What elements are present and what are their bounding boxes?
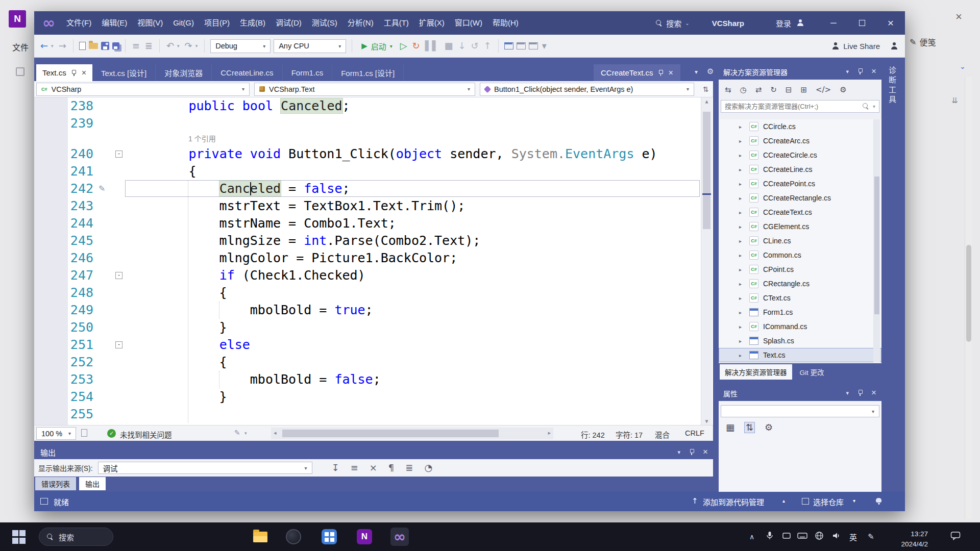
start-without-debugging-icon[interactable]: ▷ bbox=[399, 41, 408, 51]
start-debugging-button[interactable]: ▶ 启动 ▾ bbox=[358, 41, 396, 52]
sticky-notes-button[interactable]: ✎ 便笺 bbox=[910, 36, 936, 48]
history-icon[interactable]: ◔ bbox=[423, 463, 433, 473]
code-line[interactable]: 239 bbox=[34, 115, 713, 132]
view-code-icon[interactable]: </> bbox=[815, 86, 832, 94]
pin-icon[interactable] bbox=[857, 68, 863, 75]
break-all-icon[interactable]: ▌▌ bbox=[424, 41, 440, 51]
solution-item[interactable]: ▸Splash.cs bbox=[719, 334, 881, 348]
navigation-bar-alt-icon[interactable]: ≣ bbox=[144, 41, 154, 51]
line-number[interactable]: 247 bbox=[63, 267, 93, 284]
code-line[interactable]: 247- if (Check1.Checked) bbox=[34, 267, 713, 284]
solution-item[interactable]: ▸C#CCreateRectangle.cs bbox=[719, 191, 881, 205]
line-number[interactable]: 245 bbox=[63, 232, 93, 249]
menu-item[interactable]: 帮助(H) bbox=[487, 11, 524, 35]
solution-explorer-header[interactable]: 解决方案资源管理器 ▾ × bbox=[719, 64, 881, 80]
onenote-button[interactable]: N bbox=[355, 528, 374, 546]
solution-search-input[interactable] bbox=[725, 103, 859, 110]
find-in-files-icon[interactable] bbox=[504, 42, 513, 49]
window-position-chevron-icon[interactable]: ▾ bbox=[846, 390, 849, 396]
page-down-icon[interactable]: ⇊ bbox=[951, 96, 958, 105]
open-file-icon[interactable] bbox=[89, 43, 98, 49]
health-label[interactable]: 未找到相关问题 bbox=[120, 429, 172, 440]
code-editor[interactable]: 238 public bool Canceled;2391 个引用240- pr… bbox=[34, 97, 713, 425]
alphabetical-icon[interactable]: ⇅ bbox=[745, 422, 754, 433]
app-button-blue[interactable] bbox=[320, 528, 338, 546]
expander-icon[interactable]: ▸ bbox=[739, 124, 745, 130]
navigate-back-caret-icon[interactable]: ▾ bbox=[50, 43, 55, 49]
clear-all-icon[interactable]: × bbox=[369, 463, 378, 473]
restart-debugging-icon[interactable]: ↺ bbox=[470, 41, 479, 51]
expander-icon[interactable]: ▸ bbox=[739, 338, 745, 344]
code-line[interactable]: 250 } bbox=[34, 319, 713, 336]
background-chevron-icon[interactable]: ⌄ bbox=[960, 62, 966, 70]
code-line[interactable]: 238 public bool Canceled; bbox=[34, 97, 713, 115]
scrollbar-thumb[interactable] bbox=[874, 177, 879, 314]
line-number[interactable]: 254 bbox=[63, 388, 93, 406]
line-number[interactable]: 249 bbox=[63, 302, 93, 319]
save-icon[interactable] bbox=[101, 42, 109, 50]
search-icon[interactable] bbox=[863, 103, 869, 110]
code-line[interactable]: 252 { bbox=[34, 354, 713, 371]
autoscroll-icon[interactable]: ≣ bbox=[404, 463, 414, 473]
line-number[interactable]: 253 bbox=[63, 371, 93, 388]
line-ending-indicator[interactable]: CRLF bbox=[685, 429, 704, 437]
solution-window-icon[interactable] bbox=[517, 42, 526, 49]
close-button[interactable]: × bbox=[876, 11, 905, 35]
expander-icon[interactable]: ▸ bbox=[739, 238, 745, 244]
file-explorer-button[interactable] bbox=[251, 528, 270, 546]
navigation-bar-icon[interactable]: ≡ bbox=[131, 41, 141, 51]
doc-tab[interactable]: Form1.cs [设计] bbox=[332, 64, 404, 81]
code-line[interactable]: 255 bbox=[34, 406, 713, 423]
diagnostics-side-tab[interactable]: 诊断工具 bbox=[887, 66, 897, 105]
close-icon[interactable]: × bbox=[703, 447, 708, 457]
solution-item[interactable]: ▸Form1.cs bbox=[719, 305, 881, 319]
menu-item[interactable]: 项目(P) bbox=[199, 11, 235, 35]
solution-item[interactable]: ▸C#CCircle.cs bbox=[719, 119, 881, 134]
line-number[interactable]: 255 bbox=[63, 406, 93, 423]
chevron-down-icon[interactable]: ▾ bbox=[873, 104, 875, 109]
solution-item[interactable]: ▸C#CCreatePoint.cs bbox=[719, 177, 881, 191]
step-out-icon[interactable]: ↑ bbox=[483, 41, 493, 51]
expander-icon[interactable]: ▸ bbox=[739, 253, 745, 258]
window-position-chevron-icon[interactable]: ▾ bbox=[678, 449, 681, 456]
background-scrollbar[interactable] bbox=[965, 77, 972, 519]
line-number[interactable]: 252 bbox=[63, 354, 93, 371]
add-to-source-control-button[interactable]: 添加到源代码管理 bbox=[703, 496, 764, 507]
solution-item[interactable]: ▸C#CCreateArc.cs bbox=[719, 134, 881, 148]
doc-tab[interactable]: Form1.cs bbox=[283, 64, 333, 81]
toolbar-options-icon[interactable]: ▾ bbox=[541, 41, 548, 51]
line-number[interactable]: 243 bbox=[63, 197, 93, 215]
expander-icon[interactable]: ▸ bbox=[739, 310, 745, 315]
solution-item[interactable]: ▸C#Common.cs bbox=[719, 248, 881, 262]
pin-icon[interactable] bbox=[689, 448, 695, 456]
code-line[interactable]: 253 mbolBold = false; bbox=[34, 371, 713, 388]
tool-window-tab[interactable]: 错误列表 bbox=[35, 477, 76, 490]
solution-search-box[interactable]: ▾ bbox=[721, 100, 879, 113]
app-button-dark[interactable] bbox=[284, 528, 303, 546]
solution-item[interactable]: ▸C#CLine.cs bbox=[719, 234, 881, 248]
code-line[interactable]: 246 mlngColor = Picture1.BackColor; bbox=[34, 249, 713, 267]
line-number[interactable]: 242 bbox=[63, 180, 93, 197]
doc-tab-preview[interactable]: CCreateText.cs × bbox=[594, 64, 680, 81]
line-number[interactable]: 246 bbox=[63, 249, 93, 267]
new-file-icon[interactable] bbox=[79, 42, 86, 50]
close-icon[interactable]: × bbox=[871, 66, 876, 77]
expander-icon[interactable]: ▸ bbox=[739, 138, 745, 144]
menu-item[interactable]: 工具(T) bbox=[379, 11, 414, 35]
doc-tab[interactable]: 对象浏览器 bbox=[156, 64, 212, 81]
code-line[interactable]: 241 { bbox=[34, 163, 713, 180]
save-all-icon[interactable] bbox=[112, 42, 119, 49]
ime-indicator[interactable]: 英 bbox=[849, 532, 857, 542]
pen-workspace-icon[interactable]: ✎ bbox=[868, 532, 874, 541]
editor-vertical-scrollbar[interactable]: ▲ ▼ bbox=[701, 97, 712, 425]
document-sync-icon[interactable] bbox=[81, 429, 87, 437]
close-icon[interactable]: × bbox=[669, 69, 673, 77]
doc-tab[interactable]: CCreateLine.cs bbox=[212, 64, 282, 81]
hot-reload-icon[interactable]: ↻ bbox=[411, 41, 421, 51]
line-number[interactable]: 251 bbox=[63, 336, 93, 354]
scroll-up-icon[interactable]: ▲ bbox=[701, 98, 712, 104]
doc-tab[interactable]: Text.cs [设计] bbox=[92, 64, 156, 81]
redo-caret-icon[interactable]: ▾ bbox=[194, 43, 199, 49]
code-line[interactable]: 245 mlngSize = int.Parse(Combo2.Text); bbox=[34, 232, 713, 249]
expander-icon[interactable]: ▸ bbox=[739, 181, 745, 187]
